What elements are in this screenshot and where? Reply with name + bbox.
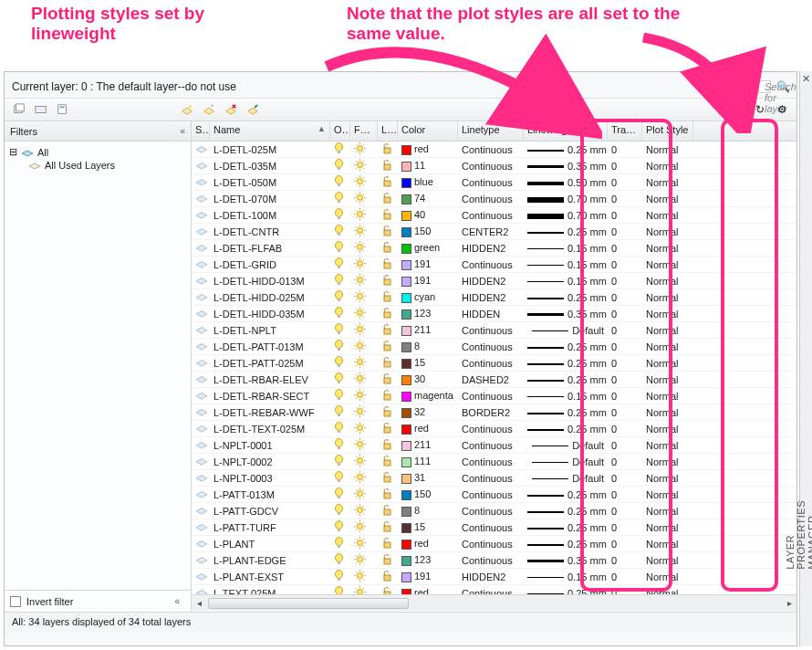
lock-icon[interactable] [378,405,398,419]
cell-linetype[interactable]: BORDER2 [458,407,524,418]
cell-linetype[interactable]: Continuous [458,489,524,500]
lock-icon[interactable] [378,274,398,288]
lock-icon[interactable] [378,159,398,173]
table-row[interactable]: L-DETL-HIDD-013M191HIDDEN20.15 mm0Normal [192,273,796,289]
cell-linetype[interactable]: HIDDEN [458,309,524,320]
table-row[interactable]: L-DETL-PATT-013M8Continuous0.25 mm0Norma… [192,339,796,355]
cell-plot[interactable]: Normal [642,161,693,172]
on-icon[interactable] [330,225,350,239]
freeze-icon[interactable] [350,471,378,485]
lock-icon[interactable] [378,175,398,189]
cell-trans[interactable]: 0 [608,210,642,221]
cell-color[interactable]: 191 [398,571,458,582]
on-icon[interactable] [330,257,350,272]
lock-icon[interactable] [378,438,398,452]
table-row[interactable]: L-PATT-GDCV8Continuous0.25 mm0Normal [192,503,796,519]
lock-icon[interactable] [378,241,398,255]
on-icon[interactable] [330,192,350,206]
cell-lineweight[interactable]: 0.25 mm [524,226,608,237]
cell-color[interactable]: 40 [398,209,458,221]
cell-color[interactable]: magenta [398,390,458,402]
on-icon[interactable] [330,438,350,453]
cell-lineweight[interactable]: Default [524,325,608,336]
cell-trans[interactable]: 0 [608,161,642,172]
cell-plot[interactable]: Normal [642,522,693,533]
col-status[interactable]: S... [192,121,210,141]
on-icon[interactable] [330,356,350,371]
lock-icon[interactable] [378,537,398,550]
cell-color[interactable]: green [398,242,458,254]
on-icon[interactable] [330,504,350,519]
on-icon[interactable] [330,471,350,486]
cell-plot[interactable]: Normal [642,571,693,582]
cell-color[interactable]: 15 [398,357,458,369]
cell-plot[interactable]: Normal [642,391,693,402]
cell-lineweight[interactable]: 0.35 mm [524,555,608,566]
on-icon[interactable] [330,274,350,288]
cell-plot[interactable]: Normal [642,489,693,500]
cell-plot[interactable]: Normal [642,292,693,303]
cell-lineweight[interactable]: 0.50 mm [524,177,608,188]
cell-color[interactable]: red [398,143,458,155]
settings-button[interactable]: ⚙ [773,101,791,118]
cell-trans[interactable]: 0 [608,358,642,369]
freeze-icon[interactable] [350,159,378,173]
cell-linetype[interactable]: Continuous [458,161,524,172]
freeze-icon[interactable] [350,438,378,452]
cell-trans[interactable]: 0 [608,259,642,270]
cell-color[interactable]: red [398,587,458,594]
cell-linetype[interactable]: Continuous [458,456,524,467]
grid-body[interactable]: L-DETL-025MredContinuous0.25 mm0NormalL-… [192,142,796,594]
cell-color[interactable]: cyan [398,291,458,303]
freeze-icon[interactable] [350,290,378,304]
lock-icon[interactable] [378,455,398,468]
cell-linetype[interactable]: CENTER2 [458,226,524,237]
cell-lineweight[interactable]: Default [524,456,608,467]
cell-trans[interactable]: 0 [608,489,642,500]
cell-color[interactable]: 74 [398,193,458,204]
cell-linetype[interactable]: Continuous [458,144,524,155]
close-icon[interactable]: ✕ [800,71,812,85]
table-row[interactable]: L-PLANT-EXST191HIDDEN20.15 mm0Normal [192,569,796,585]
cell-linetype[interactable]: Continuous [458,358,524,369]
cell-lineweight[interactable]: 0.35 mm [524,309,608,320]
cell-lineweight[interactable]: Default [524,473,608,484]
col-name[interactable]: Name▲ [210,121,330,141]
cell-lineweight[interactable]: 0.70 mm [524,210,608,221]
cell-trans[interactable]: 0 [608,325,642,336]
scroll-right-icon[interactable]: ▸ [782,598,796,608]
refresh-button[interactable]: ↻ [751,101,769,118]
cell-plot[interactable]: Normal [642,243,693,254]
freeze-icon[interactable] [350,504,378,518]
on-icon[interactable] [330,159,350,173]
col-lock[interactable]: L... [378,121,398,141]
on-icon[interactable] [330,142,350,157]
cell-color[interactable]: 15 [398,521,458,533]
horizontal-scrollbar[interactable]: ◂ ▸ [192,594,796,611]
set-current-button[interactable] [244,101,262,118]
cell-linetype[interactable]: Continuous [458,424,524,435]
tree-expand-icon[interactable]: ⊟ [8,146,17,158]
cell-lineweight[interactable]: 0.25 mm [524,358,608,369]
cell-plot[interactable]: Normal [642,424,693,435]
cell-linetype[interactable]: Continuous [458,522,524,533]
on-icon[interactable] [330,586,350,595]
table-row[interactable]: L-DETL-PATT-025M15Continuous0.25 mm0Norm… [192,355,796,372]
cell-trans[interactable]: 0 [608,243,642,254]
on-icon[interactable] [330,372,350,387]
col-color[interactable]: Color [398,121,458,141]
table-row[interactable]: L-TEXT-025MredContinuous0.25 mm0Normal [192,585,796,594]
col-linetype[interactable]: Linetype [458,121,524,141]
cell-plot[interactable]: Normal [642,276,693,287]
cell-lineweight[interactable]: 0.25 mm [524,292,608,303]
cell-color[interactable]: 123 [398,554,458,566]
cell-linetype[interactable]: HIDDEN2 [458,276,524,287]
cell-lineweight[interactable]: 0.15 mm [524,571,608,582]
cell-color[interactable]: 150 [398,488,458,500]
table-row[interactable]: L-DETL-100M40Continuous0.70 mm0Normal [192,207,796,224]
lock-icon[interactable] [378,471,398,485]
cell-color[interactable]: 11 [398,160,458,172]
freeze-icon[interactable] [350,586,378,594]
cell-lineweight[interactable]: 0.25 mm [524,407,608,418]
cell-trans[interactable]: 0 [608,588,642,595]
